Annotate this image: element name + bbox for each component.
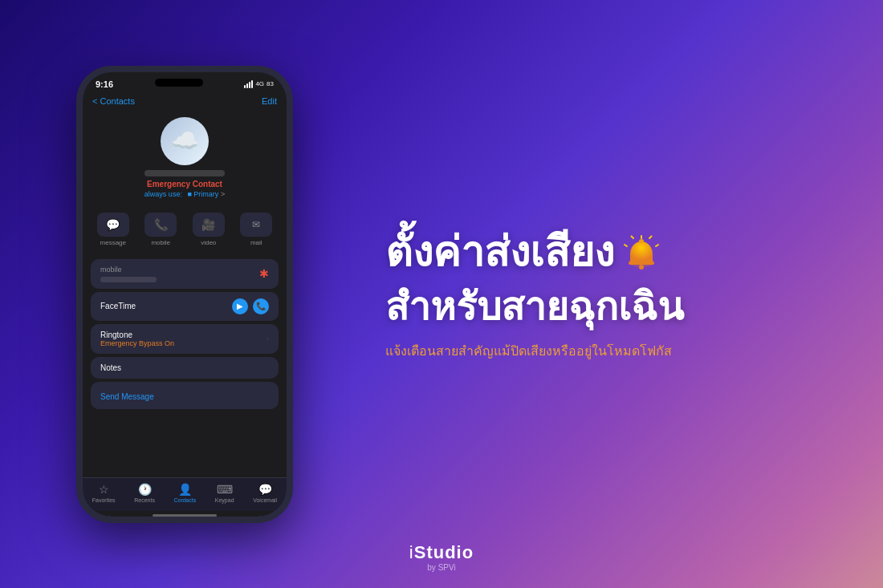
contact-name-blur <box>144 170 225 176</box>
mobile-section: mobile ✱ <box>91 259 279 289</box>
phone-screen: 9:16 4G 83 < Contacts Edit <box>83 72 287 517</box>
status-icons: 4G 83 <box>244 80 274 88</box>
ringtone-label: Ringtone <box>100 330 174 339</box>
tab-keypad[interactable]: ⌨ Keypad <box>215 483 234 503</box>
facetime-icons: ▶ 📞 <box>232 298 269 314</box>
signal-bars <box>244 80 253 88</box>
action-btn-video[interactable]: 🎥 video <box>188 213 230 246</box>
action-mobile-label: mobile <box>151 239 170 246</box>
brand-sub: by SPVi <box>409 563 474 572</box>
send-message-label: Send Message <box>100 392 154 401</box>
tab-contacts[interactable]: 👤 Contacts <box>174 483 197 503</box>
svg-rect-2 <box>629 262 654 265</box>
notes-row[interactable]: Notes <box>91 357 279 379</box>
notes-section: Notes <box>91 357 279 379</box>
mobile-row[interactable]: mobile ✱ <box>91 259 279 289</box>
mobile-info: mobile <box>100 266 157 282</box>
phone-number-blur <box>100 277 157 282</box>
contact-avatar: ☁️ <box>161 117 209 165</box>
svg-point-3 <box>639 265 644 270</box>
facetime-video-icon: ▶ <box>232 298 248 314</box>
svg-line-7 <box>632 236 634 238</box>
contact-sub: always use: ■ Primary > <box>144 190 225 198</box>
nav-bar: < Contacts Edit <box>83 93 287 111</box>
dynamic-island <box>155 79 203 87</box>
action-mail-label: mail <box>250 239 262 246</box>
brand: iStudio by SPVi <box>409 542 474 572</box>
ringtone-bypass: Emergency Bypass On <box>100 339 174 347</box>
nav-back[interactable]: < Contacts <box>92 96 135 106</box>
svg-line-6 <box>656 245 658 246</box>
voicemail-label: Voicemail <box>253 497 277 503</box>
keypad-label: Keypad <box>215 497 234 503</box>
send-message-section[interactable]: Send Message <box>91 382 279 409</box>
action-message-label: message <box>100 239 126 246</box>
ringtone-info: Ringtone Emergency Bypass On <box>100 330 174 347</box>
tab-recents[interactable]: 🕐 Recents <box>134 483 155 503</box>
details-list: mobile ✱ FaceTime ▶ 📞 <box>83 253 287 477</box>
favorites-icon: ☆ <box>99 483 109 496</box>
headline-line2: สำหรับสายฉุกเฉิน <box>385 284 684 330</box>
contact-header: ☁️ Emergency Contact always use: ■ Prima… <box>83 111 287 206</box>
nav-edit[interactable]: Edit <box>262 96 277 106</box>
facetime-section: FaceTime ▶ 📞 <box>91 292 279 321</box>
tab-favorites[interactable]: ☆ Favorites <box>92 483 116 503</box>
phone-mockup: 9:16 4G 83 < Contacts Edit <box>76 66 293 523</box>
facetime-row[interactable]: FaceTime ▶ 📞 <box>91 292 279 321</box>
ringtone-section: Ringtone Emergency Bypass On › <box>91 324 279 354</box>
action-btn-mobile[interactable]: 📞 mobile <box>140 213 182 246</box>
cloud-icon: ☁️ <box>171 128 199 154</box>
contacts-icon: 👤 <box>178 483 192 496</box>
message-icon: 💬 <box>97 213 129 237</box>
headline-block: ตั้งค่าส่งเสียง <box>385 227 684 360</box>
recents-label: Recents <box>134 497 155 503</box>
tab-bar: ☆ Favorites 🕐 Recents 👤 Contacts ⌨ Keypa… <box>83 477 287 511</box>
description: แจ้งเตือนสายสำคัญแม้ปิดเสียงหรืออยู่ในโห… <box>385 343 684 360</box>
action-buttons: 💬 message 📞 mobile 🎥 video ✉ mail <box>83 206 287 253</box>
phone-section: 9:16 4G 83 < Contacts Edit <box>0 0 369 588</box>
text-section: ตั้งค่าส่งเสียง <box>369 195 883 392</box>
home-indicator <box>153 514 217 517</box>
contacts-label: Contacts <box>174 497 197 503</box>
network-type: 4G <box>255 80 264 87</box>
keypad-icon: ⌨ <box>217 483 233 496</box>
svg-line-5 <box>649 236 652 238</box>
mail-icon: ✉ <box>240 213 272 237</box>
notes-label: Notes <box>100 363 269 372</box>
svg-rect-1 <box>639 239 644 243</box>
facetime-label: FaceTime <box>100 302 136 310</box>
tab-voicemail[interactable]: 💬 Voicemail <box>253 483 277 503</box>
voicemail-icon: 💬 <box>258 483 272 496</box>
recents-icon: 🕐 <box>138 483 152 496</box>
facetime-audio-icon: 📞 <box>253 298 269 314</box>
status-bar: 9:16 4G 83 <box>83 72 287 93</box>
favorites-label: Favorites <box>92 497 116 503</box>
action-btn-message[interactable]: 💬 message <box>92 213 134 246</box>
mobile-label: mobile <box>100 266 157 274</box>
headline-line1: ตั้งค่าส่งเสียง <box>385 227 614 277</box>
contact-label: Emergency Contact <box>147 180 222 189</box>
action-video-label: video <box>201 239 216 246</box>
star-icon: ✱ <box>259 267 269 280</box>
video-icon: 🎥 <box>193 213 225 237</box>
battery: 83 <box>267 80 274 87</box>
mobile-icon: 📞 <box>144 213 177 237</box>
brand-name: iStudio <box>409 542 474 563</box>
action-btn-mail[interactable]: ✉ mail <box>236 213 278 246</box>
chevron-icon: › <box>267 335 269 343</box>
svg-line-8 <box>625 245 627 246</box>
ringtone-row[interactable]: Ringtone Emergency Bypass On › <box>91 324 279 354</box>
status-time: 9:16 <box>96 79 113 89</box>
alarm-bell-icon <box>621 235 662 277</box>
